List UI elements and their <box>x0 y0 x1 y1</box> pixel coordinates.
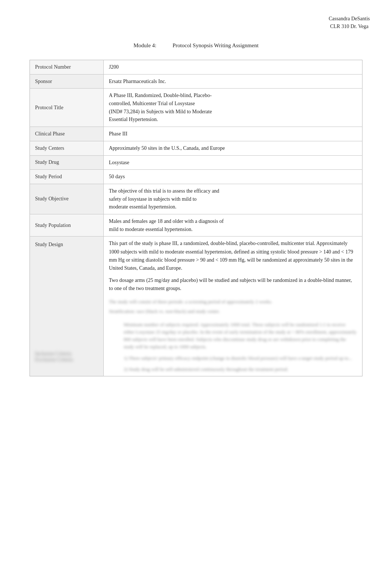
table-row: Protocol Title A Phase III, Randomized, … <box>30 89 362 127</box>
course-info: CLR 310 Dr. Vega <box>329 23 370 30</box>
field-label: Protocol Number <box>30 60 104 75</box>
field-value: A Phase III, Randomized, Double-blind, P… <box>104 89 362 127</box>
table-row: Study Period 50 days <box>30 170 362 184</box>
field-label: Study Centers <box>30 141 104 155</box>
study-design-blurred-2: Stratification: race (black vs. non-blac… <box>109 308 357 315</box>
table-row: Clinical Phase Phase III <box>30 127 362 141</box>
field-value: Males and females age 18 and older with … <box>104 214 362 236</box>
table-row: Study Population Males and females age 1… <box>30 214 362 236</box>
protocol-table: Protocol Number J200 Sponsor Ersatz Phar… <box>30 60 362 376</box>
field-value: Losystase <box>104 155 362 170</box>
study-design-text: This part of the study is phase III, a r… <box>109 239 357 273</box>
field-value: Approximately 50 sites in the U.S., Cana… <box>104 141 362 155</box>
table-row: Sponsor Ersatz Pharmaceuticals Inc. <box>30 74 362 89</box>
field-label: Sponsor <box>30 74 104 89</box>
field-value-study-design: This part of the study is phase III, a r… <box>104 237 362 376</box>
field-label: Study Objective <box>30 184 104 214</box>
field-label: Protocol Title <box>30 89 104 127</box>
module-title: Module 4: Protocol Synopsis Writing Assi… <box>30 42 362 49</box>
study-design-dosage: Two dosage arms (25 mg/day and placebo) … <box>109 276 357 293</box>
module-assignment-title: Protocol Synopsis Writing Assignment <box>172 42 258 49</box>
field-value: J200 <box>104 60 362 75</box>
table-row: Study Centers Approximately 50 sites in … <box>30 141 362 155</box>
field-label: Clinical Phase <box>30 127 104 141</box>
field-value: The objective of this trial is to assess… <box>104 184 362 214</box>
author-name: Cassandra DeSantis <box>329 15 370 23</box>
header-info: Cassandra DeSantis CLR 310 Dr. Vega <box>329 15 370 30</box>
study-design-blurred-block: Minimum number of subjects required: App… <box>124 321 357 373</box>
table-row-study-design: Study Design Inclusion CriteriaExclusion… <box>30 237 362 376</box>
field-value: 50 days <box>104 170 362 184</box>
field-label: Study Period <box>30 170 104 184</box>
study-design-blurred-1: The study will consist of three periods:… <box>109 298 357 306</box>
field-value: Phase III <box>104 127 362 141</box>
field-label: Study Design Inclusion CriteriaExclusion… <box>30 237 104 376</box>
table-row: Study Objective The objective of this tr… <box>30 184 362 214</box>
module-label: Module 4: <box>134 42 157 49</box>
field-value: Ersatz Pharmaceuticals Inc. <box>104 74 362 89</box>
field-label: Study Population <box>30 214 104 236</box>
field-label: Study Drug <box>30 155 104 170</box>
table-row: Study Drug Losystase <box>30 155 362 170</box>
table-row: Protocol Number J200 <box>30 60 362 75</box>
